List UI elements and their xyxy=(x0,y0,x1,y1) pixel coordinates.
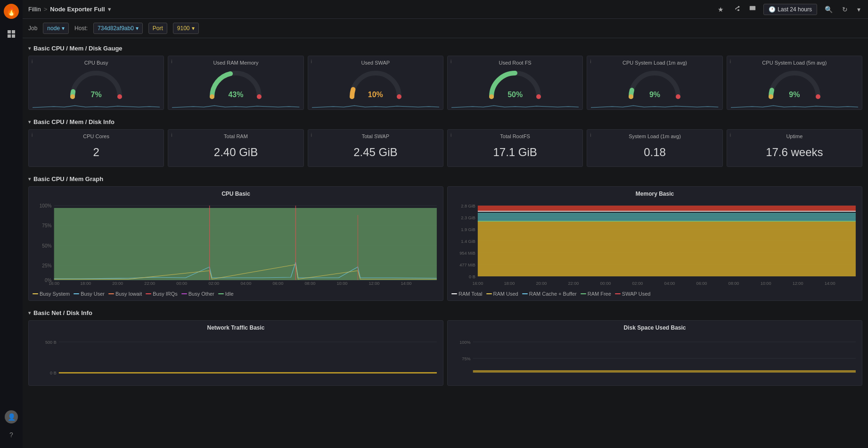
svg-text:14:00: 14:00 xyxy=(825,281,835,286)
breadcrumb-app: Fillin xyxy=(28,6,41,13)
graph-grid: CPU Basic 100% 75% 50% xyxy=(28,186,862,301)
port-label: Port xyxy=(153,25,163,32)
legend-item: Busy IRQs xyxy=(146,291,178,297)
svg-text:50%: 50% xyxy=(42,243,51,249)
svg-point-17 xyxy=(816,94,820,99)
svg-text:22:00: 22:00 xyxy=(568,281,579,286)
memory-graph-title: Memory Basic xyxy=(448,187,862,201)
user-avatar[interactable]: 👤 xyxy=(5,410,18,423)
legend-item: RAM Free xyxy=(581,291,611,297)
section-gauge-header[interactable]: ▾ Basic CPU / Mem / Disk Gauge xyxy=(28,42,862,56)
svg-text:14:00: 14:00 xyxy=(401,281,412,286)
memory-graph-legend: RAM TotalRAM UsedRAM Cache + BufferRAM F… xyxy=(448,289,862,300)
svg-text:04:00: 04:00 xyxy=(240,281,251,286)
info-panel-1: i Total RAM 2.40 GiB xyxy=(168,129,303,167)
svg-text:954 MiB: 954 MiB xyxy=(459,251,475,256)
panel-info-3: i xyxy=(450,59,451,64)
breadcrumb-dropdown-icon[interactable]: ▾ xyxy=(108,6,111,13)
info-title-4: System Load (1m avg) xyxy=(587,130,722,140)
panel-info-4: i xyxy=(590,59,591,64)
share-button[interactable] xyxy=(731,3,742,15)
section-graph-header[interactable]: ▾ Basic CPU / Mem Graph xyxy=(28,173,862,186)
gauge-panel-5: i CPU System Load (5m avg) 9% xyxy=(727,56,862,110)
svg-text:12:00: 12:00 xyxy=(369,281,380,286)
refresh-button[interactable]: ↻ xyxy=(840,4,850,15)
info-icon-0: i xyxy=(32,133,33,138)
job-value: node xyxy=(47,25,60,32)
svg-marker-29 xyxy=(54,208,437,280)
info-panel-4: i System Load (1m avg) 0.18 xyxy=(587,129,722,167)
svg-text:477 MiB: 477 MiB xyxy=(459,263,475,267)
search-button[interactable]: 🔍 xyxy=(823,4,835,15)
section-graph-arrow: ▾ xyxy=(28,176,31,182)
info-title-2: Total SWAP xyxy=(308,130,443,140)
tv-button[interactable] xyxy=(747,3,758,15)
svg-point-13 xyxy=(536,94,541,99)
host-select[interactable]: 734d82af9ab0 ▾ xyxy=(93,23,143,34)
more-button[interactable]: ▾ xyxy=(855,4,862,15)
info-icon-1: i xyxy=(171,133,172,138)
disk-graph-panel: Disk Space Used Basic 100% 75% xyxy=(447,320,862,386)
memory-graph-svg: 2.8 GiB 2.3 GiB 1.9 GiB 1.4 GiB 954 MiB … xyxy=(451,201,858,286)
cpu-graph-title: CPU Basic xyxy=(29,187,443,201)
gauge-title-4: CPU System Load (1m avg) xyxy=(587,56,722,66)
gauge-panel-4: i CPU System Load (1m avg) 9% xyxy=(587,56,722,110)
svg-text:🔥: 🔥 xyxy=(6,6,17,17)
sidebar-item-grid[interactable] xyxy=(4,26,19,41)
cpu-graph-svg: 100% 75% 50% 25% 0% xyxy=(33,201,439,286)
port-select[interactable]: 9100 ▾ xyxy=(173,23,199,34)
svg-text:02:00: 02:00 xyxy=(208,281,219,286)
net-graph-panel: Network Traffic Basic 500 B 0 B xyxy=(28,320,443,386)
svg-point-7 xyxy=(117,94,122,99)
svg-text:0 B: 0 B xyxy=(469,274,475,279)
section-info-title: Basic CPU / Mem / Disk Info xyxy=(33,118,115,125)
svg-text:2.8 GiB: 2.8 GiB xyxy=(461,204,475,208)
time-range-label: Last 24 hours xyxy=(778,6,812,13)
breadcrumb-separator: > xyxy=(44,6,48,13)
host-value: 734d82af9ab0 xyxy=(98,25,134,32)
svg-text:0 B: 0 B xyxy=(50,371,57,375)
svg-text:00:00: 00:00 xyxy=(600,281,611,286)
info-icon-5: i xyxy=(730,133,731,138)
memory-graph-panel: Memory Basic 2.8 GiB xyxy=(447,186,862,301)
info-title-5: Uptime xyxy=(727,130,862,140)
help-icon[interactable]: ? xyxy=(4,427,19,442)
info-value-4: 0.18 xyxy=(587,140,722,166)
section-net-header[interactable]: ▾ Basic Net / Disk Info xyxy=(28,307,862,320)
svg-text:100%: 100% xyxy=(40,203,52,208)
info-icon-2: i xyxy=(311,133,312,138)
svg-marker-85 xyxy=(473,370,856,373)
time-range-picker[interactable]: 🕐 Last 24 hours xyxy=(763,4,817,15)
svg-text:1.9 GiB: 1.9 GiB xyxy=(461,227,475,232)
gauge-panel-0: i CPU Busy 7% xyxy=(28,56,164,110)
app-logo[interactable]: 🔥 xyxy=(4,4,19,19)
cpu-graph-panel: CPU Basic 100% 75% 50% xyxy=(28,186,443,301)
legend-item: RAM Total xyxy=(451,291,483,297)
info-panel-5: i Uptime 17.6 weeks xyxy=(727,129,862,167)
svg-text:06:00: 06:00 xyxy=(696,281,707,286)
svg-rect-5 xyxy=(12,34,15,38)
legend-item: RAM Used xyxy=(486,291,518,297)
section-gauge-title: Basic CPU / Mem / Disk Gauge xyxy=(33,45,123,52)
legend-item: RAM Cache + Buffer xyxy=(522,291,577,297)
svg-marker-59 xyxy=(478,206,856,211)
svg-text:08:00: 08:00 xyxy=(304,281,315,286)
svg-marker-61 xyxy=(478,221,856,276)
info-icon-4: i xyxy=(590,133,591,138)
legend-item: Busy Other xyxy=(181,291,214,297)
job-select[interactable]: node ▾ xyxy=(43,23,69,34)
svg-rect-2 xyxy=(8,30,11,33)
legend-item: Idle xyxy=(218,291,234,297)
dashboard-body: ▾ Basic CPU / Mem / Disk Gauge i CPU Bus… xyxy=(23,38,868,448)
net-graph-title: Network Traffic Basic xyxy=(29,321,443,335)
gauge-panel-1: i Used RAM Memory 43% xyxy=(168,56,303,110)
job-label: Job xyxy=(28,25,37,32)
disk-graph-svg: 100% 75% xyxy=(451,335,858,382)
info-panel-0: i CPU Cores 2 xyxy=(28,129,164,167)
section-info-header[interactable]: ▾ Basic CPU / Mem / Disk Info xyxy=(28,116,862,129)
svg-text:10:00: 10:00 xyxy=(761,281,771,286)
legend-item: SWAP Used xyxy=(615,291,651,297)
svg-text:10:00: 10:00 xyxy=(336,281,347,286)
host-label: Host: xyxy=(74,25,88,32)
star-button[interactable]: ★ xyxy=(716,4,726,15)
